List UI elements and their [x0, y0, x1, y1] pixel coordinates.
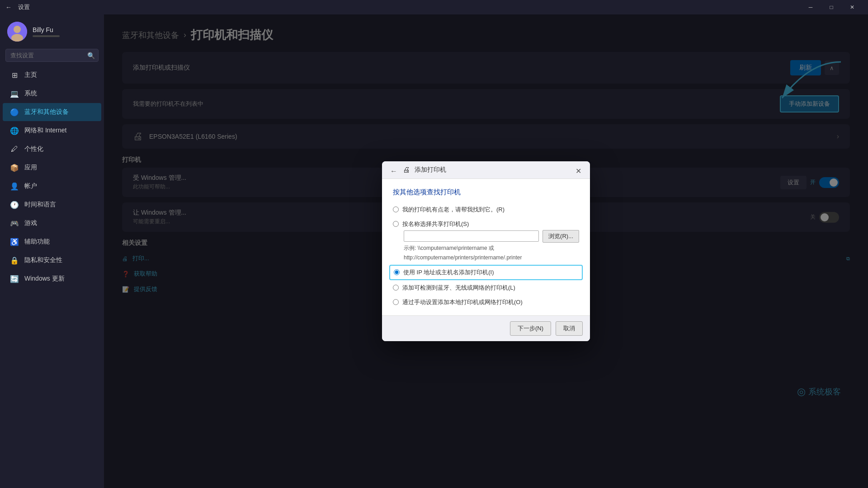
radio-item-4[interactable]: 添加可检测到蓝牙、无线或网络的打印机(L) — [393, 284, 579, 292]
radio-item-3[interactable]: 使用 IP 地址或主机名添加打印机(I) — [389, 265, 583, 280]
svg-point-1 — [14, 26, 21, 33]
dialog-heading[interactable]: 按其他选项查找打印机 — [393, 188, 579, 197]
content-area: 蓝牙和其他设备 › 打印机和扫描仪 添加打印机或扫描仪 刷新 ∧ 我需要的打印机… — [104, 14, 868, 488]
sidebar-item-privacy[interactable]: 🔒 隐私和安全性 — [3, 251, 101, 269]
nav-icon-network: 🌐 — [10, 126, 19, 135]
nav-label-apps: 应用 — [24, 164, 37, 172]
dialog-overlay: ← 🖨 添加打印机 ✕ 按其他选项查找打印机 — [104, 14, 868, 488]
radio-label-1: 我的打印机有点老，请帮我找到它。(R) — [402, 206, 505, 214]
nav-icon-accessibility: ♿ — [10, 237, 19, 246]
sidebar-item-accounts[interactable]: 👤 帐户 — [3, 177, 101, 195]
nav-label-privacy: 隐私和安全性 — [24, 256, 62, 264]
sidebar-item-time[interactable]: 🕐 时间和语言 — [3, 196, 101, 214]
nav-icon-gaming: 🎮 — [10, 219, 19, 228]
nav-label-gaming: 游戏 — [24, 219, 37, 227]
radio-input-5[interactable] — [393, 299, 399, 305]
radio-input-1[interactable] — [393, 206, 399, 212]
close-button[interactable]: ✕ — [842, 0, 863, 14]
sidebar-item-update[interactable]: 🔄 Windows 更新 — [3, 270, 101, 288]
hint-text-2: http://computername/printers/printername… — [404, 254, 579, 262]
radio-label-4: 添加可检测到蓝牙、无线或网络的打印机(L) — [402, 284, 515, 292]
radio-item-5[interactable]: 通过手动设置添加本地打印机或网络打印机(O) — [393, 298, 579, 306]
dialog-titlebar: ← 🖨 添加打印机 ✕ — [382, 161, 590, 179]
search-box: 🔍 — [5, 49, 99, 62]
nav-icon-update: 🔄 — [10, 274, 19, 283]
user-name: Billy Fu — [33, 26, 60, 33]
radio-label-5: 通过手动设置添加本地打印机或网络打印机(O) — [402, 298, 523, 306]
sidebar-item-network[interactable]: 🌐 网络和 Internet — [3, 122, 101, 140]
hint-text-1: 示例: \\computername\printername 或 — [404, 244, 579, 252]
nav-label-update: Windows 更新 — [24, 275, 65, 283]
dialog-body: 按其他选项查找打印机 我的打印机有点老，请帮我找到它。(R) 按名称选择共享打印… — [382, 179, 590, 316]
nav-list: ⊞ 主页 💻 系统 🔵 蓝牙和其他设备 🌐 网络和 Internet 🖊 个性化… — [0, 66, 104, 288]
sidebar-item-apps[interactable]: 📦 应用 — [3, 159, 101, 177]
nav-label-personalization: 个性化 — [24, 145, 43, 153]
dialog-title: 添加打印机 — [415, 166, 446, 174]
nav-icon-apps: 📦 — [10, 163, 19, 172]
nav-label-home: 主页 — [24, 71, 37, 79]
avatar — [7, 22, 27, 42]
sidebar-item-gaming[interactable]: 🎮 游戏 — [3, 214, 101, 232]
sidebar-item-accessibility[interactable]: ♿ 辅助功能 — [3, 233, 101, 251]
radio-input-2[interactable] — [393, 221, 399, 227]
cancel-button[interactable]: 取消 — [556, 321, 583, 336]
radio-item-1[interactable]: 我的打印机有点老，请帮我找到它。(R) — [393, 206, 579, 214]
path-input[interactable] — [404, 230, 539, 242]
dialog-close-button[interactable]: ✕ — [572, 165, 585, 178]
titlebar-controls: ─ □ ✕ — [800, 0, 863, 14]
titlebar-left: ← 设置 — [5, 3, 30, 11]
sidebar: Billy Fu 🔍 ⊞ 主页 💻 系统 🔵 蓝牙和其他设备 🌐 网络和 Int… — [0, 14, 104, 488]
user-bar — [33, 35, 60, 37]
search-icon: 🔍 — [87, 52, 95, 59]
radio-input-4[interactable] — [393, 285, 399, 291]
dialog-printer-icon: 🖨 — [403, 166, 410, 174]
nav-label-bluetooth: 蓝牙和其他设备 — [24, 108, 69, 116]
back-icon[interactable]: ← — [5, 4, 12, 11]
nav-icon-personalization: 🖊 — [10, 145, 19, 154]
dialog-footer: 下一步(N) 取消 — [382, 315, 590, 341]
search-input[interactable] — [5, 49, 99, 62]
minimize-button[interactable]: ─ — [800, 0, 821, 14]
nav-label-accessibility: 辅助功能 — [24, 238, 50, 246]
browse-button[interactable]: 浏览(R)... — [542, 230, 579, 243]
radio-label-3: 使用 IP 地址或主机名添加打印机(I) — [403, 268, 494, 277]
titlebar: ← 设置 ─ □ ✕ — [0, 0, 868, 14]
radio-group: 我的打印机有点老，请帮我找到它。(R) 按名称选择共享打印机(S) 浏览(R).… — [393, 206, 579, 307]
dialog-close-icon: ✕ — [576, 167, 581, 175]
radio-item-2[interactable]: 按名称选择共享打印机(S) — [393, 220, 579, 228]
maximize-button[interactable]: □ — [821, 0, 842, 14]
sidebar-item-bluetooth[interactable]: 🔵 蓝牙和其他设备 — [3, 103, 101, 121]
next-button[interactable]: 下一步(N) — [510, 321, 551, 336]
app-body: Billy Fu 🔍 ⊞ 主页 💻 系统 🔵 蓝牙和其他设备 🌐 网络和 Int… — [0, 14, 868, 488]
nav-icon-time: 🕐 — [10, 200, 19, 209]
nav-icon-privacy: 🔒 — [10, 256, 19, 265]
dialog-back-icon: ← — [390, 167, 397, 175]
titlebar-title: 设置 — [18, 3, 30, 11]
radio-item-2-group: 按名称选择共享打印机(S) 浏览(R)... 示例: \\computernam… — [393, 220, 579, 262]
path-input-row: 浏览(R)... — [404, 230, 579, 243]
nav-label-time: 时间和语言 — [24, 201, 56, 209]
radio-label-2: 按名称选择共享打印机(S) — [402, 220, 469, 228]
user-info: Billy Fu — [33, 26, 60, 37]
radio-input-3[interactable] — [394, 269, 400, 275]
add-printer-dialog: ← 🖨 添加打印机 ✕ 按其他选项查找打印机 — [382, 161, 590, 342]
nav-label-system: 系统 — [24, 89, 37, 98]
nav-label-network: 网络和 Internet — [24, 127, 66, 135]
sidebar-item-home[interactable]: ⊞ 主页 — [3, 66, 101, 84]
nav-icon-system: 💻 — [10, 89, 19, 98]
sidebar-item-system[interactable]: 💻 系统 — [3, 84, 101, 103]
dialog-back-button[interactable]: ← — [387, 165, 400, 178]
user-section: Billy Fu — [0, 14, 104, 47]
nav-icon-bluetooth: 🔵 — [10, 108, 19, 117]
nav-icon-home: ⊞ — [10, 70, 19, 80]
nav-label-accounts: 帐户 — [24, 182, 37, 190]
sidebar-item-personalization[interactable]: 🖊 个性化 — [3, 140, 101, 158]
nav-icon-accounts: 👤 — [10, 182, 19, 191]
